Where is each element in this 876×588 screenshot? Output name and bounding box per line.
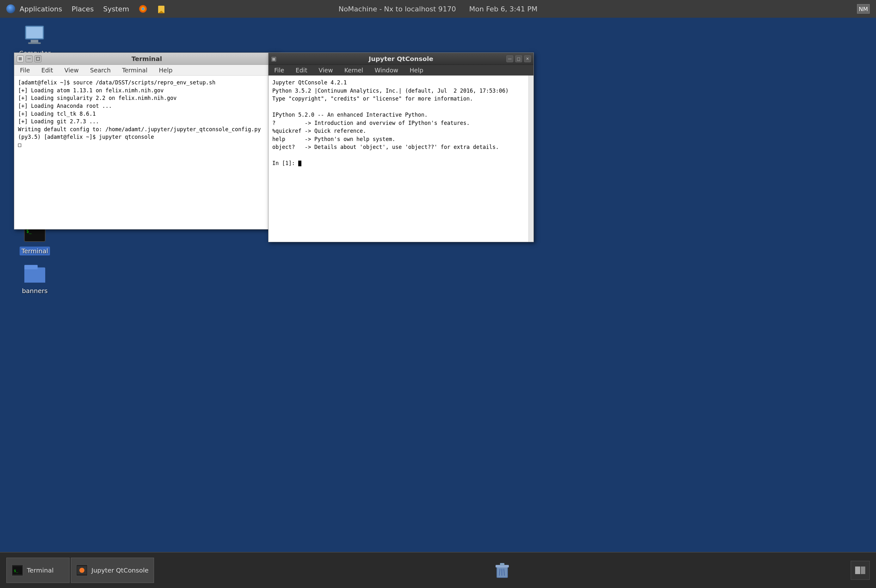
jupyter-menu-kernel[interactable]: Kernel	[342, 66, 366, 75]
banners-desktop-icon[interactable]: banners	[16, 262, 54, 295]
top-menubar: Applications Places System NoMachine - N…	[0, 0, 876, 18]
svg-rect-32	[855, 567, 860, 574]
jupyter-titlebar: ▣ Jupyter QtConsole — □ ✕	[269, 53, 533, 65]
taskbar-jupyter-label: Jupyter QtConsole	[92, 567, 149, 574]
jupyter-body: Jupyter QtConsole 4.2.1 Python 3.5.2 |Co…	[269, 75, 533, 242]
system-label: System	[103, 5, 129, 13]
jupyter-maximize-button[interactable]: □	[515, 56, 522, 62]
desktop: Computer Trash $_ Terminal	[0, 18, 876, 552]
places-menu[interactable]: Places	[72, 5, 94, 13]
terminal-menu-view[interactable]: View	[62, 66, 81, 75]
taskbar-trash[interactable]	[494, 562, 510, 579]
terminal-win-controls	[17, 56, 41, 62]
terminal-titlebar: Terminal ▼	[14, 53, 279, 65]
taskbar-jupyter[interactable]: Jupyter QtConsole	[71, 558, 154, 583]
system-menu[interactable]: System	[103, 5, 129, 13]
svg-rect-33	[861, 567, 865, 574]
terminal-desktop-label: Terminal	[20, 247, 50, 255]
taskbar-center	[155, 562, 849, 579]
taskbar-terminal-icon: $_	[12, 565, 23, 576]
applications-icon	[6, 4, 15, 13]
svg-rect-19	[19, 57, 22, 60]
terminal-menu-help[interactable]: Help	[156, 66, 175, 75]
terminal-menu-search[interactable]: Search	[88, 66, 113, 75]
firefox-icon[interactable]	[138, 4, 147, 13]
jupyter-menu-view[interactable]: View	[316, 66, 335, 75]
svg-rect-8	[28, 42, 41, 44]
svg-rect-28	[500, 563, 505, 566]
computer-desktop-icon[interactable]: Computer	[16, 24, 54, 57]
svg-rect-21	[36, 57, 39, 60]
svg-rect-20	[27, 58, 31, 59]
taskbar: $_ Terminal Jupyter QtConsole	[0, 552, 876, 588]
taskbar-nm-icon	[851, 561, 870, 580]
taskbar-terminal-label: Terminal	[27, 567, 54, 574]
jupyter-menu-help[interactable]: Help	[407, 66, 426, 75]
svg-rect-7	[31, 40, 38, 42]
jupyter-title-icon: ▣	[271, 56, 276, 62]
terminal-content[interactable]: [adamt@felix ~]$ source /data/DSST/scrip…	[14, 75, 274, 229]
terminal-window: Terminal ▼ File Edit View Search Termina…	[14, 52, 279, 230]
jupyter-minimize-button[interactable]: —	[506, 56, 513, 62]
jupyter-window: ▣ Jupyter QtConsole — □ ✕ File Edit View…	[268, 52, 534, 242]
applications-label: Applications	[20, 5, 62, 13]
svg-text:$_: $_	[14, 569, 18, 573]
window-title: NoMachine - Nx to localhost 9170 Mon Feb…	[338, 5, 537, 13]
svg-point-25	[80, 568, 84, 573]
applications-menu[interactable]: Applications	[6, 4, 62, 13]
top-bar-right: NM	[857, 4, 870, 14]
nomachine-icon: NM	[857, 4, 870, 14]
terminal-menu-terminal[interactable]: Terminal	[120, 66, 150, 75]
bookmark-icon[interactable]	[157, 4, 166, 13]
jupyter-close-button[interactable]: ✕	[524, 56, 531, 62]
terminal-maximize-button[interactable]	[35, 56, 41, 62]
jupyter-scrollbar[interactable]	[529, 75, 533, 242]
jupyter-menubar: File Edit View Kernel Window Help	[269, 65, 533, 75]
banners-icon-img	[23, 262, 46, 285]
jupyter-title: Jupyter QtConsole	[369, 55, 433, 63]
terminal-menu-edit[interactable]: Edit	[39, 66, 56, 75]
jupyter-menu-window[interactable]: Window	[372, 66, 401, 75]
jupyter-left-area: ▣	[271, 56, 276, 62]
jupyter-prompt[interactable]: In [1]:	[272, 160, 301, 166]
jupyter-content[interactable]: Jupyter QtConsole 4.2.1 Python 3.5.2 |Co…	[269, 75, 529, 242]
jupyter-menu-edit[interactable]: Edit	[293, 66, 310, 75]
places-label: Places	[72, 5, 94, 13]
taskbar-jupyter-icon	[76, 565, 88, 576]
terminal-title: Terminal	[132, 55, 162, 63]
taskbar-right	[851, 561, 870, 580]
computer-icon-img	[23, 24, 46, 47]
terminal-menu-file[interactable]: File	[17, 66, 33, 75]
terminal-body: [adamt@felix ~]$ source /data/DSST/scrip…	[14, 75, 279, 229]
svg-rect-18	[24, 265, 38, 269]
cursor	[298, 160, 301, 166]
svg-rect-17	[24, 267, 45, 283]
taskbar-terminal[interactable]: $_ Terminal	[6, 558, 69, 583]
jupyter-win-controls: — □ ✕	[506, 56, 531, 62]
top-bar-left: Applications Places System	[6, 4, 166, 13]
terminal-close-button[interactable]	[17, 56, 24, 62]
terminal-minimize-button[interactable]	[26, 56, 33, 62]
svg-rect-6	[26, 27, 43, 38]
svg-point-2	[142, 8, 144, 10]
banners-label: banners	[22, 287, 47, 295]
jupyter-menu-file[interactable]: File	[272, 66, 287, 75]
terminal-menubar: File Edit View Search Terminal Help	[14, 65, 279, 75]
